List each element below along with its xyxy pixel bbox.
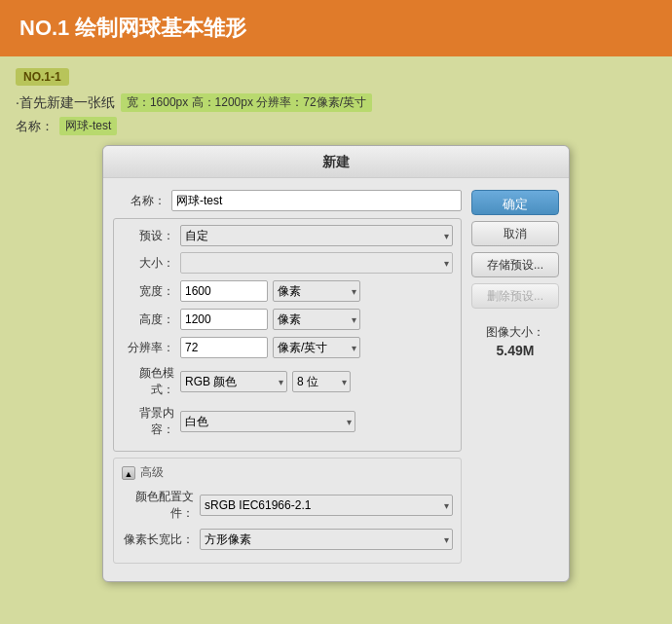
resolution-label: 分辨率： — [122, 340, 180, 356]
save-preset-button[interactable]: 存储预设... — [471, 252, 559, 277]
preset-row: 预设： 自定 — [122, 225, 453, 246]
color-mode-select[interactable]: RGB 颜色 — [180, 371, 287, 392]
advanced-label: 高级 — [140, 464, 164, 481]
bit-depth-wrapper: 8 位 — [292, 371, 351, 392]
width-label: 宽度： — [122, 283, 180, 300]
width-row: 宽度： 像素 — [122, 280, 453, 302]
height-unit-select[interactable]: 像素 — [273, 309, 360, 330]
height-field-group: 像素 — [180, 309, 453, 330]
advanced-toggle-btn[interactable]: ▲ — [122, 466, 135, 480]
name-row: 名称： — [113, 190, 462, 211]
color-mode-row: 颜色模式： RGB 颜色 8 位 — [122, 365, 453, 398]
image-size-label: 图像大小： — [471, 324, 559, 341]
bit-depth-select[interactable]: 8 位 — [292, 371, 351, 392]
delete-preset-button: 删除预设... — [471, 283, 559, 309]
size-select-wrapper — [180, 252, 453, 274]
color-mode-group: RGB 颜色 8 位 — [180, 371, 453, 392]
advanced-section: ▲ 高级 颜色配置文件： sRGB IEC61966-2.1 — [113, 458, 462, 564]
height-row: 高度： 像素 — [122, 309, 453, 330]
preset-label: 预设： — [122, 228, 180, 244]
size-label: 大小： — [122, 255, 180, 272]
height-unit-wrapper: 像素 — [273, 309, 360, 330]
preset-select-wrapper: 自定 — [180, 225, 453, 246]
color-mode-label: 颜色模式： — [122, 365, 180, 398]
pixel-aspect-label: 像素长宽比： — [122, 532, 200, 548]
size-select — [180, 252, 453, 274]
color-mode-select-wrapper: RGB 颜色 — [180, 371, 287, 392]
page-title: NO.1 绘制网球基本雏形 — [19, 14, 653, 43]
pixel-aspect-select[interactable]: 方形像素 — [200, 529, 453, 550]
resolution-input[interactable] — [180, 337, 268, 358]
image-size-info: 图像大小： 5.49M — [471, 324, 559, 358]
height-input[interactable] — [180, 309, 268, 330]
name-label: 名称： — [16, 118, 54, 135]
dialog-buttons: 确定 取消 存储预设... 删除预设... 图像大小： 5.49M — [471, 190, 559, 569]
height-label: 高度： — [122, 312, 180, 328]
width-input[interactable] — [180, 280, 268, 302]
pixel-aspect-row: 像素长宽比： 方形像素 — [122, 529, 453, 550]
size-row: 大小： — [122, 252, 453, 274]
color-profile-label: 颜色配置文件： — [122, 489, 200, 522]
width-unit-select[interactable]: 像素 — [273, 280, 360, 302]
preset-section: 预设： 自定 大小： — [113, 218, 462, 452]
resolution-unit-wrapper: 像素/英寸 — [273, 337, 360, 358]
image-size-value: 5.49M — [471, 343, 559, 358]
advanced-header: ▲ 高级 — [122, 464, 453, 481]
page-body: NO.1-1 ·首先新建一张纸 宽：1600px 高：1200px 分辨率：72… — [0, 56, 672, 594]
bullet-dot: ·首先新建一张纸 — [16, 94, 115, 112]
resolution-field-group: 像素/英寸 — [180, 337, 453, 358]
instruction-highlight: 宽：1600px 高：1200px 分辨率：72像素/英寸 — [121, 93, 372, 112]
name-field-label: 名称： — [113, 193, 171, 209]
name-input[interactable] — [171, 190, 462, 211]
confirm-button[interactable]: 确定 — [471, 190, 559, 215]
color-profile-select[interactable]: sRGB IEC61966-2.1 — [200, 495, 453, 516]
dialog-title: 新建 — [103, 146, 569, 178]
new-dialog: 新建 名称： 预设： 自定 — [102, 145, 570, 582]
dialog-form: 名称： 预设： 自定 — [113, 190, 462, 569]
width-field-group: 像素 — [180, 280, 453, 302]
bg-content-select[interactable]: 白色 — [180, 411, 355, 432]
bg-content-wrapper: 白色 — [180, 411, 355, 432]
cancel-button[interactable]: 取消 — [471, 221, 559, 246]
bg-content-label: 背景内容： — [122, 405, 180, 438]
name-value: 网球-test — [59, 117, 117, 135]
bg-content-row: 背景内容： 白色 — [122, 405, 453, 438]
width-unit-wrapper: 像素 — [273, 280, 360, 302]
resolution-row: 分辨率： 像素/英寸 — [122, 337, 453, 358]
resolution-unit-select[interactable]: 像素/英寸 — [273, 337, 360, 358]
dialog-body: 名称： 预设： 自定 — [103, 178, 569, 581]
page-header: NO.1 绘制网球基本雏形 — [0, 0, 672, 56]
instruction-line-2: 名称： 网球-test — [16, 117, 656, 135]
section-tag: NO.1-1 — [16, 68, 69, 86]
pixel-aspect-wrapper: 方形像素 — [200, 529, 453, 550]
preset-select[interactable]: 自定 — [180, 225, 453, 246]
color-profile-row: 颜色配置文件： sRGB IEC61966-2.1 — [122, 489, 453, 522]
color-profile-wrapper: sRGB IEC61966-2.1 — [200, 495, 453, 516]
instruction-line-1: ·首先新建一张纸 宽：1600px 高：1200px 分辨率：72像素/英寸 — [16, 93, 656, 112]
